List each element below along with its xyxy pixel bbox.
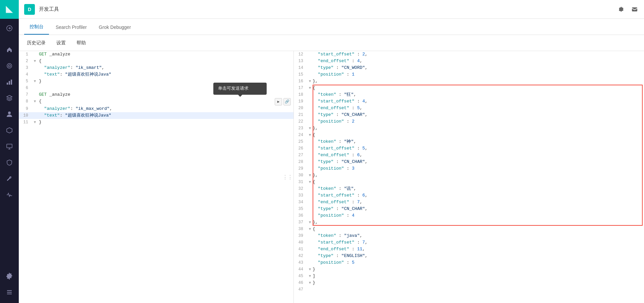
topbar: D 开发工具 bbox=[19, 0, 644, 19]
line-num-11: 11 bbox=[19, 119, 32, 126]
output-line-43: 43 "position" : 5 bbox=[294, 259, 644, 266]
line-content-10: "text": "超级喜欢狂神说Java" bbox=[38, 112, 293, 119]
output-line-14: 14 "type" : "CN_WORD", bbox=[294, 64, 644, 71]
kibana-logo[interactable] bbox=[0, 0, 19, 19]
output-line-19: 19 "start_offset" : 4, bbox=[294, 98, 644, 105]
settings-button[interactable]: 设置 bbox=[54, 39, 68, 47]
line-num-1: 1 bbox=[19, 51, 32, 58]
chart-icon[interactable] bbox=[0, 74, 19, 90]
line-gutter-11: ▼ bbox=[32, 119, 38, 126]
line-num-5: 5 bbox=[19, 78, 32, 85]
output-line-15: 15 "position" : 1 bbox=[294, 71, 644, 78]
output-line-18: 18 "token" : "狂", bbox=[294, 91, 644, 98]
output-line-28: 28 "type" : "CN_CHAR", bbox=[294, 159, 644, 165]
left-pane: 1 GET _analyze 2 ▼ { 3 "analyzer": "ik_s… bbox=[19, 51, 294, 303]
layers-icon[interactable] bbox=[0, 90, 19, 106]
line-num-8: 8 bbox=[19, 98, 32, 105]
line-gutter-8: ▼ bbox=[32, 98, 38, 105]
output-line-41: 41 "end_offset" : 11, bbox=[294, 246, 644, 253]
output-line-27: 27 "end_offset" : 6, bbox=[294, 152, 644, 159]
tab-grok-debugger[interactable]: Grok Debugger bbox=[94, 20, 137, 35]
line-num-6: 6 bbox=[19, 85, 32, 91]
shield-icon[interactable] bbox=[0, 155, 19, 171]
editor-area: 1 GET _analyze 2 ▼ { 3 "analyzer": "ik_s… bbox=[19, 51, 644, 303]
svg-rect-9 bbox=[7, 144, 12, 148]
output-line-29: 29 "position" : 3 bbox=[294, 165, 644, 172]
line-content-9: "analyzer": "ik_max_word", bbox=[38, 105, 293, 112]
svg-point-7 bbox=[8, 112, 11, 114]
svg-rect-4 bbox=[7, 83, 8, 85]
output-line-25: 25 "token" : "神", bbox=[294, 138, 644, 145]
pane-divider[interactable]: ⋮⋮⋮ bbox=[282, 174, 294, 180]
sub-toolbar: 历史记录 设置 帮助 bbox=[19, 35, 644, 51]
line-num-7: 7 bbox=[19, 91, 32, 98]
copy-button[interactable]: 🔗 bbox=[283, 98, 291, 105]
output-line-45: 45 ▼ ] bbox=[294, 273, 644, 279]
settings-action-icon[interactable] bbox=[617, 5, 625, 13]
expand-icon[interactable] bbox=[0, 284, 19, 300]
line-num-10: 10 bbox=[19, 112, 32, 119]
output-line-12: 12 "start_offset" : 2, bbox=[294, 51, 644, 58]
output-line-31: 31 ▼ { bbox=[294, 179, 644, 185]
collapse-icon[interactable] bbox=[0, 20, 19, 36]
help-button[interactable]: 帮助 bbox=[74, 39, 89, 47]
wrench-icon[interactable] bbox=[0, 171, 19, 187]
editor-line-8: 8 ▼ { ▶ 🔗 单击可发送请求 bbox=[19, 98, 293, 105]
person-icon[interactable] bbox=[0, 106, 19, 122]
topbar-actions bbox=[617, 5, 639, 13]
code-editor[interactable]: 1 GET _analyze 2 ▼ { 3 "analyzer": "ik_s… bbox=[19, 51, 293, 303]
target-icon[interactable] bbox=[0, 58, 19, 74]
line-content-1: GET _analyze bbox=[38, 51, 293, 58]
sidebar bbox=[0, 0, 19, 303]
home-icon[interactable] bbox=[0, 42, 19, 58]
line-content-2: { bbox=[38, 58, 293, 64]
svg-point-3 bbox=[8, 65, 10, 67]
output-line-38: 38 ▼ { bbox=[294, 226, 644, 232]
settings-icon[interactable] bbox=[0, 268, 19, 284]
editor-line-9: 9 "analyzer": "ik_max_word", bbox=[19, 105, 293, 112]
editor-line-10: 10 "text": "超级喜欢狂神说Java" bbox=[19, 112, 293, 119]
tab-console[interactable]: 控制台 bbox=[24, 20, 49, 35]
output-line-33: 33 "start_offset" : 6, bbox=[294, 192, 644, 199]
line-gutter-5: ▼ bbox=[32, 78, 38, 85]
dev-icon[interactable] bbox=[0, 122, 19, 138]
output-line-34: 34 "end_offset" : 7, bbox=[294, 199, 644, 206]
line-content-11: } bbox=[38, 119, 293, 126]
line-num-9: 9 bbox=[19, 105, 32, 112]
line-actions-8: ▶ 🔗 bbox=[275, 98, 293, 105]
output-line-42: 42 "type" : "ENGLISH", bbox=[294, 253, 644, 259]
output-line-40: 40 "start_offset" : 7, bbox=[294, 239, 644, 246]
mail-action-icon[interactable] bbox=[631, 5, 639, 13]
svg-point-2 bbox=[7, 63, 12, 68]
output-line-24: 24 ▼ { bbox=[294, 132, 644, 138]
output-line-44: 44 ▼ } bbox=[294, 266, 644, 273]
output-line-13: 13 "end_offset" : 4, bbox=[294, 58, 644, 64]
right-pane: 12 "start_offset" : 2, 13 "end_offset" :… bbox=[294, 51, 644, 303]
editor-line-3: 3 "analyzer": "ik_smart", bbox=[19, 64, 293, 71]
send-request-tooltip: 单击可发送请求 bbox=[213, 83, 267, 95]
editor-line-2: 2 ▼ { bbox=[19, 58, 293, 64]
output-line-46: 46 ▼ } bbox=[294, 279, 644, 286]
output-line-36: 36 "position" : 4 bbox=[294, 212, 644, 219]
svg-marker-0 bbox=[6, 6, 13, 13]
output-line-39: 39 "token" : "java", bbox=[294, 232, 644, 239]
line-content-4: "text": "超级喜欢狂神说Java" bbox=[38, 71, 293, 78]
user-avatar[interactable]: D bbox=[24, 4, 35, 15]
main-content: D 开发工具 控制台 Search Profiler Grok Debugger… bbox=[19, 0, 644, 303]
nav-tabs: 控制台 Search Profiler Grok Debugger bbox=[19, 19, 644, 35]
output-line-22: 22 "position" : 2 bbox=[294, 118, 644, 125]
history-button[interactable]: 历史记录 bbox=[24, 39, 48, 47]
pulse-icon[interactable] bbox=[0, 187, 19, 203]
line-gutter-2: ▼ bbox=[32, 58, 38, 64]
output-line-20: 20 "end_offset" : 5, bbox=[294, 105, 644, 112]
line-content-8: { bbox=[38, 98, 275, 105]
editor-line-4: 4 "text": "超级喜欢狂神说Java" bbox=[19, 71, 293, 78]
monitor-icon[interactable] bbox=[0, 138, 19, 155]
tab-search-profiler[interactable]: Search Profiler bbox=[50, 20, 92, 35]
line-content-3: "analyzer": "ik_smart", bbox=[38, 64, 293, 71]
line-num-4: 4 bbox=[19, 71, 32, 78]
run-button[interactable]: ▶ bbox=[275, 98, 282, 105]
editor-line-11: 11 ▼ } bbox=[19, 119, 293, 126]
output-line-37: 37 ▼ }, bbox=[294, 219, 644, 226]
output-line-30: 30 ▼ }, bbox=[294, 172, 644, 179]
